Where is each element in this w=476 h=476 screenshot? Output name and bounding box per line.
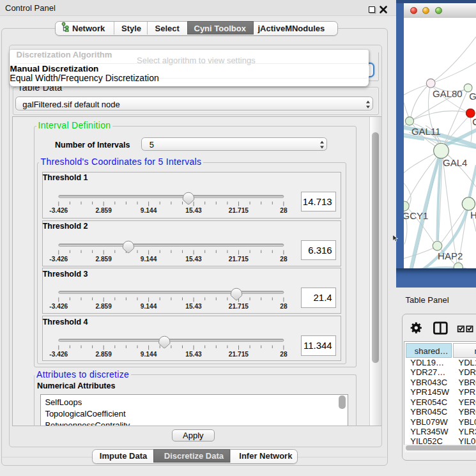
svg-text:-3.426: -3.426 <box>49 351 68 358</box>
svg-text:-3.426: -3.426 <box>49 256 68 263</box>
svg-text:28: 28 <box>280 303 288 311</box>
svg-text:GCY1: GCY1 <box>404 210 428 221</box>
svg-text:15.43: 15.43 <box>185 303 202 311</box>
svg-text:15.43: 15.43 <box>185 351 202 358</box>
svg-text:2.859: 2.859 <box>95 256 112 263</box>
svg-text:-3.426: -3.426 <box>49 207 68 214</box>
svg-text:HAP2: HAP2 <box>438 250 463 261</box>
svg-text:2.859: 2.859 <box>95 351 112 358</box>
svg-text:-3.426: -3.426 <box>49 303 68 311</box>
svg-text:2.859: 2.859 <box>95 303 112 311</box>
svg-text:CY: CY <box>472 116 476 127</box>
svg-text:9.144: 9.144 <box>140 351 157 358</box>
svg-text:GA: GA <box>469 91 476 102</box>
svg-text:GAL11: GAL11 <box>411 126 441 137</box>
svg-text:21.715: 21.715 <box>228 207 248 214</box>
svg-text:28: 28 <box>280 256 288 263</box>
svg-text:15.43: 15.43 <box>185 207 202 214</box>
svg-text:9.144: 9.144 <box>140 303 157 311</box>
svg-text:28: 28 <box>280 351 288 358</box>
svg-text:21.715: 21.715 <box>228 256 248 263</box>
svg-text:GAL80: GAL80 <box>433 88 463 98</box>
svg-text:15.43: 15.43 <box>185 256 202 263</box>
svg-text:2.859: 2.859 <box>95 207 112 214</box>
svg-text:HI: HI <box>470 209 476 220</box>
svg-text:GAL4: GAL4 <box>443 157 467 168</box>
svg-text:9.144: 9.144 <box>140 207 157 214</box>
svg-text:9.144: 9.144 <box>140 256 157 263</box>
svg-text:28: 28 <box>280 207 288 214</box>
svg-text:21.715: 21.715 <box>228 303 248 311</box>
svg-text:21.715: 21.715 <box>228 351 248 358</box>
